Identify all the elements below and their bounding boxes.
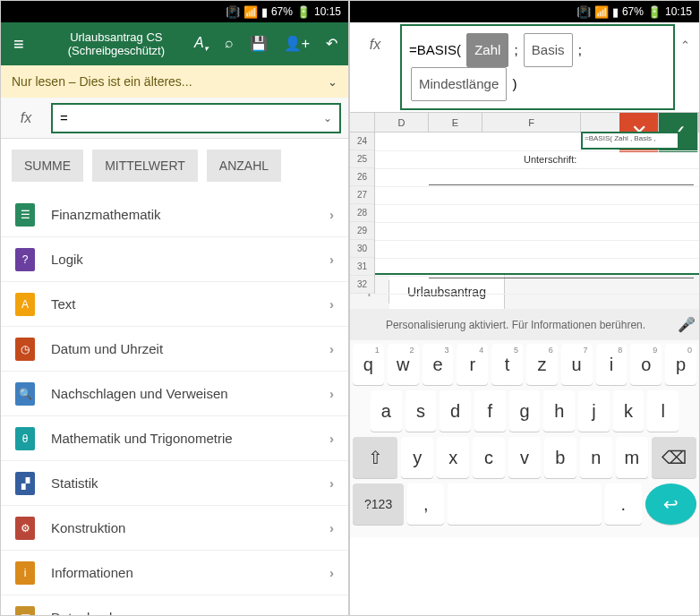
hamburger-icon[interactable]: ≡ xyxy=(8,34,30,55)
key-c[interactable]: c xyxy=(473,437,505,478)
key-s[interactable]: s xyxy=(405,390,437,432)
key-y[interactable]: y xyxy=(401,437,433,478)
key-j[interactable]: j xyxy=(578,390,610,432)
wifi-icon: 📶 xyxy=(243,5,258,19)
key-space[interactable] xyxy=(448,483,602,525)
row-headers: 242526272829303132 xyxy=(350,133,375,294)
category-icon: ▥ xyxy=(15,606,35,617)
key-u[interactable]: u7 xyxy=(561,344,593,385)
cells-area[interactable]: =BASIS( Zahl , Basis , Unterschrift: xyxy=(375,133,699,294)
active-cell[interactable]: =BASIS( Zahl , Basis , xyxy=(581,132,679,150)
category-item[interactable]: i Informationen › xyxy=(1,551,348,595)
key-m[interactable]: m xyxy=(616,437,648,478)
col-d[interactable]: D xyxy=(375,113,429,132)
key-l[interactable]: l xyxy=(647,390,679,432)
share-icon[interactable]: 👤+ xyxy=(284,35,310,53)
key-o[interactable]: o9 xyxy=(630,344,662,385)
key-r[interactable]: r4 xyxy=(457,344,488,385)
key-n[interactable]: n xyxy=(580,437,612,478)
key-p[interactable]: p0 xyxy=(665,344,696,385)
save-icon[interactable]: 💾 xyxy=(250,35,268,53)
key-i[interactable]: i8 xyxy=(596,344,627,385)
col-e[interactable]: E xyxy=(429,113,482,132)
signal-icon: ▮ xyxy=(261,5,268,19)
readonly-text: Nur lesen – Dies ist ein älteres... xyxy=(12,74,192,89)
category-item[interactable]: ▞ Statistik › xyxy=(1,461,348,506)
chevron-right-icon: › xyxy=(329,565,334,580)
row-header[interactable]: 26 xyxy=(350,168,374,186)
row-header[interactable]: 27 xyxy=(350,186,374,204)
key-backspace[interactable]: ⌫ xyxy=(652,437,696,478)
key-w[interactable]: w2 xyxy=(388,344,419,385)
param-mindestlaenge[interactable]: Mindestlänge xyxy=(411,67,507,101)
category-item[interactable]: 🔍 Nachschlagen und Verweisen › xyxy=(1,372,348,416)
category-item[interactable]: θ Mathematik und Trigonometrie › xyxy=(1,416,348,461)
category-item[interactable]: ◷ Datum und Uhrzeit › xyxy=(1,327,348,372)
col-f[interactable]: F xyxy=(482,113,581,132)
key-dot[interactable]: . xyxy=(605,483,642,525)
battery-percent: 67% xyxy=(271,5,293,18)
spreadsheet: D E F ✕ ✓ 242526272829303132 =BASIS( Zah… xyxy=(350,112,699,273)
fx-label: fx xyxy=(350,24,400,53)
key-x[interactable]: x xyxy=(437,437,469,478)
readonly-banner[interactable]: Nur lesen – Dies ist ein älteres... ⌄ xyxy=(1,65,348,98)
status-bar: 📳 📶 ▮ 67% 🔋 10:15 xyxy=(1,1,348,22)
formula-input[interactable]: =BASIS( Zahl ; Basis ; Mindestlänge ) xyxy=(400,24,675,110)
category-label: Text xyxy=(51,296,76,312)
key-k[interactable]: k xyxy=(613,390,645,432)
category-item[interactable]: ▥ Datenbank › xyxy=(1,595,348,616)
key-enter[interactable]: ↩ xyxy=(645,483,696,525)
formula-input[interactable]: = ⌄ xyxy=(51,103,341,133)
key-f[interactable]: f xyxy=(474,390,506,432)
battery-icon: 🔋 xyxy=(296,5,311,19)
collapse-chevron-icon[interactable]: ⌃ xyxy=(680,24,699,52)
quick-summe[interactable]: SUMME xyxy=(12,150,83,182)
keyboard-hint[interactable]: Personalisierung aktiviert. Für Informat… xyxy=(350,309,699,340)
category-icon: θ xyxy=(15,427,35,450)
row-header[interactable]: 30 xyxy=(350,240,374,258)
chevron-right-icon: › xyxy=(329,610,334,616)
category-label: Nachschlagen und Verweisen xyxy=(51,386,228,401)
quick-functions: SUMMEMITTELWERTANZAHL xyxy=(1,139,348,192)
quick-anzahl[interactable]: ANZAHL xyxy=(207,150,281,182)
chevron-right-icon: › xyxy=(329,341,334,356)
search-icon[interactable]: ⌕ xyxy=(225,35,234,53)
key-h[interactable]: h xyxy=(543,390,575,432)
quick-mittelwert[interactable]: MITTELWERT xyxy=(92,150,198,182)
category-item[interactable]: ? Logik › xyxy=(1,237,348,282)
row-header[interactable]: 29 xyxy=(350,222,374,240)
left-screen: 📳 📶 ▮ 67% 🔋 10:15 ≡ Urlaubsantrag CS (Sc… xyxy=(0,0,349,616)
status-bar: 📳 📶 ▮ 67% 🔋 10:15 xyxy=(350,1,699,22)
key-v[interactable]: v xyxy=(508,437,541,478)
chevron-right-icon: › xyxy=(329,386,334,401)
chevron-right-icon: › xyxy=(329,252,334,267)
row-header[interactable]: 28 xyxy=(350,204,374,222)
key-shift[interactable]: ⇧ xyxy=(353,437,397,478)
key-symbols[interactable]: ?123 xyxy=(353,483,404,525)
mic-icon[interactable]: 🎤 xyxy=(678,316,696,333)
row-header[interactable]: 31 xyxy=(350,258,374,276)
font-icon[interactable]: A▾ xyxy=(194,35,209,53)
key-d[interactable]: d xyxy=(440,390,471,432)
key-comma[interactable]: , xyxy=(407,483,444,525)
key-b[interactable]: b xyxy=(544,437,576,478)
key-e[interactable]: e3 xyxy=(423,344,454,385)
category-item[interactable]: A Text › xyxy=(1,282,348,327)
right-screen: 📳 📶 ▮ 67% 🔋 10:15 fx =BASIS( Zahl ; Basi… xyxy=(349,0,700,616)
key-a[interactable]: a xyxy=(371,390,402,432)
key-t[interactable]: t5 xyxy=(491,344,523,385)
category-item[interactable]: ⚙ Konstruktion › xyxy=(1,506,348,551)
key-z[interactable]: z6 xyxy=(526,344,558,385)
undo-icon[interactable]: ↶ xyxy=(326,35,337,53)
key-q[interactable]: q1 xyxy=(353,344,384,385)
param-basis[interactable]: Basis xyxy=(524,33,573,67)
param-zahl[interactable]: Zahl xyxy=(466,33,508,67)
key-g[interactable]: g xyxy=(509,390,541,432)
category-label: Logik xyxy=(51,252,83,267)
chevron-down-icon[interactable]: ⌄ xyxy=(323,112,332,124)
row-header[interactable]: 25 xyxy=(350,150,374,168)
category-item[interactable]: ☰ Finanzmathematik › xyxy=(1,192,348,237)
row-header[interactable]: 32 xyxy=(350,276,374,294)
row-header[interactable]: 24 xyxy=(350,133,374,150)
document-title: Urlaubsantrag CS (Schreibgeschützt) xyxy=(30,30,194,57)
